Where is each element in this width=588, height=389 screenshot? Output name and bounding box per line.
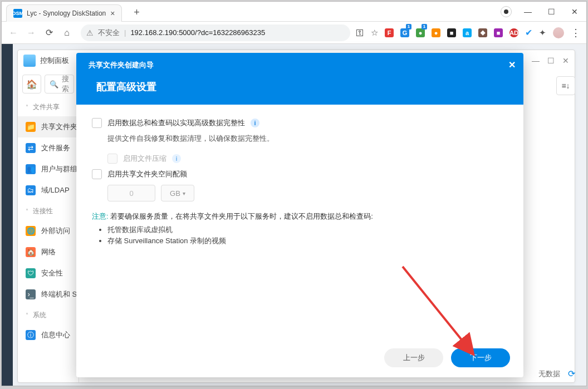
extension-icon[interactable]: G1	[400, 28, 409, 37]
modal-footer: 上一步 下一步	[76, 341, 523, 377]
control-panel-icon	[23, 55, 36, 67]
new-tab-button[interactable]: +	[129, 4, 144, 20]
checkbox-quota-label: 启用共享文件夹空间配额	[107, 169, 187, 179]
chevron-up-icon: ˄	[26, 105, 28, 110]
back-button[interactable]: ←	[5, 24, 22, 41]
checksum-description: 提供文件自我修复和数据清理，以确保数据完整性。	[107, 134, 508, 144]
sidebar-item-domain-ldap[interactable]: 🗂 域/LDAP	[18, 180, 79, 201]
ldap-icon: 🗂	[26, 185, 36, 195]
window-close-icon[interactable]: ✕	[562, 56, 569, 65]
section-file-share[interactable]: ˄ 文件共享	[18, 97, 79, 116]
refresh-icon[interactable]: ⟳	[568, 368, 575, 379]
status-text: 无数据	[538, 369, 560, 379]
extension-icon[interactable]: ◆	[478, 28, 487, 37]
titlebar: DSM Lyc - Synology DiskStation × + — ☐ ✕	[2, 2, 586, 22]
folder-icon: 📁	[26, 122, 36, 132]
profile-indicator-icon[interactable]	[501, 6, 512, 17]
extension-icon[interactable]: ■	[494, 28, 503, 37]
toolbar-right: ⚿ ☆ F G1 ●1 ● ■ a ◆ ■ AD ✔ ✦ ⋮	[356, 27, 583, 39]
sidebar-item-file-service[interactable]: ⇄ 文件服务	[18, 137, 79, 159]
modal-close-icon[interactable]: ✕	[508, 60, 516, 70]
profile-avatar-icon[interactable]	[553, 27, 564, 38]
extension-icon[interactable]: ●	[432, 28, 440, 37]
note-item: 托管数据库或虚拟机	[107, 225, 508, 235]
quota-value-input	[107, 185, 155, 201]
wizard-label: 共享文件夹创建向导	[89, 61, 511, 70]
search-icon: 🔍	[50, 80, 58, 88]
sort-button[interactable]: ≡↓	[556, 76, 575, 95]
prev-button[interactable]: 上一步	[384, 348, 443, 367]
modal-body: 启用数据总和检查码以实现高级数据完整性 i 提供文件自我修复和数据清理，以确保数…	[76, 105, 523, 341]
extension-icon[interactable]: F	[385, 28, 394, 37]
shared-folder-wizard-modal: 共享文件夹创建向导 配置高级设置 ✕ 启用数据总和检查码以实现高级数据完整性 i…	[76, 53, 523, 377]
shield-icon: 🛡	[26, 268, 36, 278]
chevron-down-icon: ▾	[183, 190, 185, 196]
control-panel-title: 控制面板	[40, 56, 69, 66]
modal-header: 共享文件夹创建向导 配置高级设置 ✕	[76, 53, 523, 105]
sidebar-search[interactable]: 🔍 搜索	[45, 75, 74, 93]
extension-icon[interactable]: ●1	[416, 28, 425, 37]
address-bar[interactable]: ⚠ 不安全 | 192.168.2.190:5000/?dc=163228696…	[81, 24, 350, 41]
home-button[interactable]: ⌂	[58, 24, 75, 41]
browser-toolbar: ← → ⟳ ⌂ ⚠ 不安全 | 192.168.2.190:5000/?dc=1…	[2, 22, 586, 44]
window-maximize-button[interactable]: ☐	[540, 2, 563, 21]
checkbox-quota[interactable]	[92, 169, 102, 179]
quota-unit-select: GB ▾	[161, 185, 194, 201]
terminal-icon: ›_	[26, 289, 36, 299]
url-text: 192.168.2.190:5000/?dc=1632286963235	[130, 28, 265, 37]
extensions-menu-icon[interactable]: ✦	[539, 28, 546, 38]
note-text: 若要确保服务质量，在将共享文件夹用于以下服务时，建议不启用数据总和检查码:	[110, 212, 373, 220]
favicon: DSM	[13, 9, 22, 18]
status-bar: 无数据 ⟳	[538, 368, 575, 379]
extension-icon[interactable]: AD	[509, 28, 518, 37]
sidebar: 🏠 🔍 搜索 ˄ 文件共享 📁 共享文件夹	[18, 71, 79, 382]
chevron-up-icon: ˄	[26, 209, 28, 214]
browser-tab[interactable]: DSM Lyc - Synology DiskStation ×	[6, 4, 122, 22]
users-icon: 👥	[26, 164, 36, 174]
window-minimize-button[interactable]: —	[516, 2, 540, 21]
chevron-up-icon: ˄	[26, 313, 28, 318]
window-minimize-icon[interactable]: —	[532, 56, 540, 65]
bookmark-star-icon[interactable]: ☆	[371, 28, 378, 38]
sidebar-item-user-group[interactable]: 👥 用户与群组	[18, 159, 79, 180]
modal-title: 配置高级设置	[96, 80, 511, 93]
info-icon[interactable]: i	[172, 154, 181, 163]
window-close-button[interactable]: ✕	[563, 2, 586, 21]
note-label: 注意:	[92, 212, 109, 220]
service-icon: ⇄	[26, 143, 36, 153]
site-risk-label: 不安全	[98, 28, 120, 38]
section-system[interactable]: ˄ 系统	[18, 305, 79, 324]
info-icon[interactable]: i	[251, 119, 259, 127]
extension-icon[interactable]: ✔	[525, 27, 532, 38]
checkbox-checksum-label: 启用数据总和检查码以实现高级数据完整性	[107, 118, 245, 128]
tab-title: Lyc - Synology DiskStation	[27, 9, 106, 17]
key-icon[interactable]: ⚿	[356, 28, 364, 37]
sidebar-item-external-access[interactable]: 🌐 外部访问	[18, 220, 79, 242]
sidebar-home-button[interactable]: 🏠	[22, 75, 41, 93]
checkbox-checksum[interactable]	[92, 118, 102, 128]
browser-window: DSM Lyc - Synology DiskStation × + — ☐ ✕…	[1, 1, 587, 386]
checkbox-compress-label: 启用文件压缩	[123, 154, 166, 164]
search-placeholder: 搜索	[62, 75, 69, 93]
site-warning-icon: ⚠	[86, 28, 94, 37]
reload-button[interactable]: ⟳	[41, 24, 57, 41]
browser-menu-icon[interactable]: ⋮	[571, 27, 581, 39]
info-icon: ⓘ	[26, 330, 36, 340]
tab-close-icon[interactable]: ×	[110, 9, 115, 18]
forward-button[interactable]: →	[23, 24, 40, 41]
note-block: 注意: 若要确保服务质量，在将共享文件夹用于以下服务时，建议不启用数据总和检查码…	[92, 211, 508, 246]
sidebar-item-security[interactable]: 🛡 安全性	[18, 263, 79, 284]
note-item: 存储 Surveillance Station 录制的视频	[107, 236, 508, 246]
extension-icon[interactable]: a	[463, 28, 472, 37]
window-maximize-icon[interactable]: ☐	[547, 56, 555, 65]
sidebar-item-network[interactable]: 🏠 网络	[18, 242, 79, 263]
sidebar-item-terminal-snmp[interactable]: ›_ 终端机和 SNMP	[18, 284, 79, 305]
globe-icon: 🌐	[26, 226, 36, 236]
next-button[interactable]: 下一步	[451, 348, 510, 367]
sidebar-item-shared-folder[interactable]: 📁 共享文件夹	[18, 116, 79, 137]
sidebar-item-info-center[interactable]: ⓘ 信息中心	[18, 324, 79, 346]
checkbox-compress	[107, 154, 117, 164]
section-connectivity[interactable]: ˄ 连接性	[18, 201, 79, 220]
extension-icon[interactable]: ■	[447, 28, 456, 37]
page-viewport: 控制面板 — ☐ ✕ 🏠 🔍 搜索	[2, 44, 586, 386]
